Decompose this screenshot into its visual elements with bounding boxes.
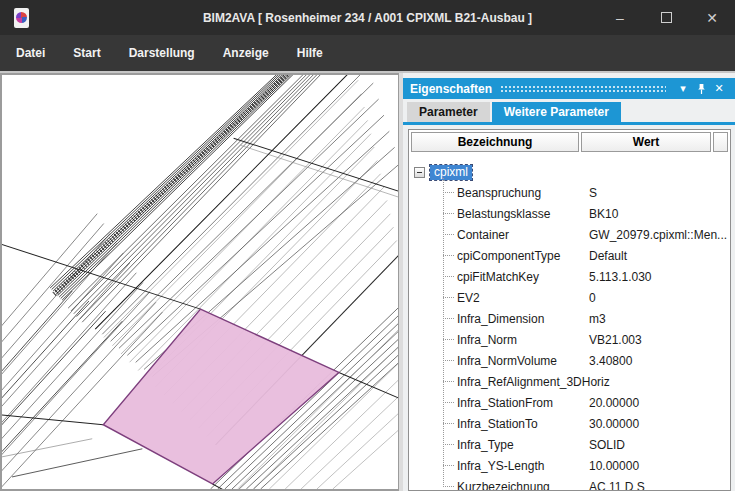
tree-tick bbox=[443, 234, 454, 235]
property-row[interactable]: Infra_StationFrom20.00000 bbox=[412, 392, 730, 413]
main-area: Eigenschaften ▾ ✕ Parameter Weitere Para… bbox=[0, 73, 735, 491]
app-logo-icon bbox=[16, 12, 27, 23]
property-row[interactable]: Infra_NormVB21.003 bbox=[412, 329, 730, 350]
panel-title: Eigenschaften bbox=[410, 82, 492, 96]
viewport-3d[interactable] bbox=[0, 73, 399, 491]
property-row[interactable]: cpiComponentTypeDefault bbox=[412, 245, 730, 266]
property-row[interactable]: KurzbezeichnungAC 11 D S bbox=[412, 476, 730, 490]
grid-body: cpixml BeanspruchungSBelastungsklasseBK1… bbox=[409, 154, 730, 490]
tree-tick bbox=[443, 192, 454, 193]
property-value: 10.00000 bbox=[589, 459, 639, 473]
tree-tick bbox=[443, 339, 454, 340]
collapse-expander-icon[interactable] bbox=[414, 167, 425, 178]
property-value: VB21.003 bbox=[589, 333, 642, 347]
tree-tick bbox=[443, 486, 454, 487]
viewport-canvas[interactable] bbox=[2, 75, 398, 489]
menu-item-datei[interactable]: Datei bbox=[2, 35, 59, 71]
property-grid: Bezeichnung Wert cpixml BeanspruchungSBe… bbox=[408, 129, 731, 491]
property-row[interactable]: Infra_StationTo30.00000 bbox=[412, 413, 730, 434]
property-label: Infra_Dimension bbox=[457, 312, 589, 326]
property-value: 0 bbox=[589, 291, 596, 305]
property-label: cpiComponentType bbox=[457, 249, 589, 263]
minimize-icon: – bbox=[616, 10, 624, 26]
property-label: Belastungsklasse bbox=[457, 207, 589, 221]
property-row[interactable]: ContainerGW_20979.cpixml::Men... bbox=[412, 224, 730, 245]
property-value: AC 11 D S bbox=[589, 480, 645, 491]
menu-item-hilfe[interactable]: Hilfe bbox=[283, 35, 337, 71]
tree-tick bbox=[443, 297, 454, 298]
property-label: Container bbox=[457, 228, 589, 242]
property-row[interactable]: EV20 bbox=[412, 287, 730, 308]
tab-parameter[interactable]: Parameter bbox=[407, 102, 490, 122]
panel-menu-button[interactable]: ▾ bbox=[674, 82, 692, 95]
property-label: Infra_StationTo bbox=[457, 417, 589, 431]
property-value: BK10 bbox=[589, 207, 618, 221]
tab-weitere-parameter[interactable]: Weitere Parameter bbox=[492, 102, 621, 122]
menu-bar: Datei Start Darstellung Anzeige Hilfe bbox=[0, 35, 735, 73]
column-header-stub bbox=[713, 132, 728, 152]
selected-solid[interactable] bbox=[103, 309, 339, 484]
property-label: Infra_Norm bbox=[457, 333, 589, 347]
panel-close-button[interactable]: ✕ bbox=[710, 82, 728, 95]
tree-root-row[interactable]: cpixml bbox=[412, 162, 730, 182]
property-label: Infra_Type bbox=[457, 438, 589, 452]
title-bar: BIM2AVA [ Rosenheimer 234 / A001 CPIXML … bbox=[0, 0, 735, 35]
close-icon: ✕ bbox=[706, 10, 718, 26]
property-value: 3.40800 bbox=[589, 354, 632, 368]
property-label: Infra_NormVolume bbox=[457, 354, 589, 368]
panel-tabs: Parameter Weitere Parameter bbox=[403, 102, 735, 122]
property-row[interactable]: Infra_YS-Length10.00000 bbox=[412, 455, 730, 476]
panel-close-icon: ✕ bbox=[714, 82, 723, 95]
panel-content: Bezeichnung Wert cpixml BeanspruchungSBe… bbox=[403, 125, 735, 491]
tree-tick bbox=[443, 402, 454, 403]
minimize-button[interactable]: – bbox=[597, 0, 643, 35]
window-controls: – ✕ bbox=[597, 0, 735, 35]
properties-panel: Eigenschaften ▾ ✕ Parameter Weitere Para… bbox=[403, 73, 735, 491]
property-row[interactable]: BelastungsklasseBK10 bbox=[412, 203, 730, 224]
tree-tick bbox=[443, 360, 454, 361]
window-title: BIM2AVA [ Rosenheimer 234 / A001 CPIXML … bbox=[203, 11, 532, 25]
property-value: m3 bbox=[589, 312, 606, 326]
property-value: SOLID bbox=[589, 438, 625, 452]
property-row[interactable]: BeanspruchungS bbox=[412, 182, 730, 203]
grid-header: Bezeichnung Wert bbox=[409, 130, 730, 154]
property-value: 30.00000 bbox=[589, 417, 639, 431]
tree-tick bbox=[443, 465, 454, 466]
chevron-down-icon: ▾ bbox=[680, 82, 686, 95]
column-header-wert[interactable]: Wert bbox=[581, 132, 711, 152]
property-label: Infra_RefAlignment_3DHoriz bbox=[457, 375, 589, 389]
menu-item-anzeige[interactable]: Anzeige bbox=[209, 35, 283, 71]
tree-tick bbox=[443, 276, 454, 277]
property-row[interactable]: cpiFitMatchKey5.113.1.030 bbox=[412, 266, 730, 287]
tree-tick bbox=[443, 423, 454, 424]
menu-item-darstellung[interactable]: Darstellung bbox=[115, 35, 209, 71]
property-value: 20.00000 bbox=[589, 396, 639, 410]
tree-tick bbox=[443, 318, 454, 319]
tree-root-label: cpixml bbox=[430, 165, 472, 180]
property-value: 5.113.1.030 bbox=[589, 270, 652, 284]
property-row[interactable]: Infra_TypeSOLID bbox=[412, 434, 730, 455]
menu-item-start[interactable]: Start bbox=[59, 35, 114, 71]
property-label: Beanspruchung bbox=[457, 186, 589, 200]
close-button[interactable]: ✕ bbox=[689, 0, 735, 35]
property-row[interactable]: Infra_Dimensionm3 bbox=[412, 308, 730, 329]
app-icon[interactable] bbox=[14, 8, 29, 28]
property-row[interactable]: Infra_NormVolume3.40800 bbox=[412, 350, 730, 371]
maximize-button[interactable] bbox=[643, 0, 689, 35]
property-label: cpiFitMatchKey bbox=[457, 270, 589, 284]
property-label: Kurzbezeichnung bbox=[457, 480, 589, 491]
pin-icon bbox=[696, 83, 707, 95]
tree-tick bbox=[443, 255, 454, 256]
panel-drag-grip[interactable] bbox=[500, 85, 666, 94]
column-header-bezeichnung[interactable]: Bezeichnung bbox=[411, 132, 579, 152]
tree-tick bbox=[443, 444, 454, 445]
property-value: S bbox=[589, 186, 597, 200]
property-label: Infra_StationFrom bbox=[457, 396, 589, 410]
property-value: GW_20979.cpixml::Men... bbox=[589, 228, 727, 242]
app-window: BIM2AVA [ Rosenheimer 234 / A001 CPIXML … bbox=[0, 0, 735, 491]
property-label: Infra_YS-Length bbox=[457, 459, 589, 473]
panel-header[interactable]: Eigenschaften ▾ ✕ bbox=[403, 78, 735, 99]
property-row[interactable]: Infra_RefAlignment_3DHoriz bbox=[412, 371, 730, 392]
panel-pin-button[interactable] bbox=[692, 83, 710, 95]
property-label: EV2 bbox=[457, 291, 589, 305]
